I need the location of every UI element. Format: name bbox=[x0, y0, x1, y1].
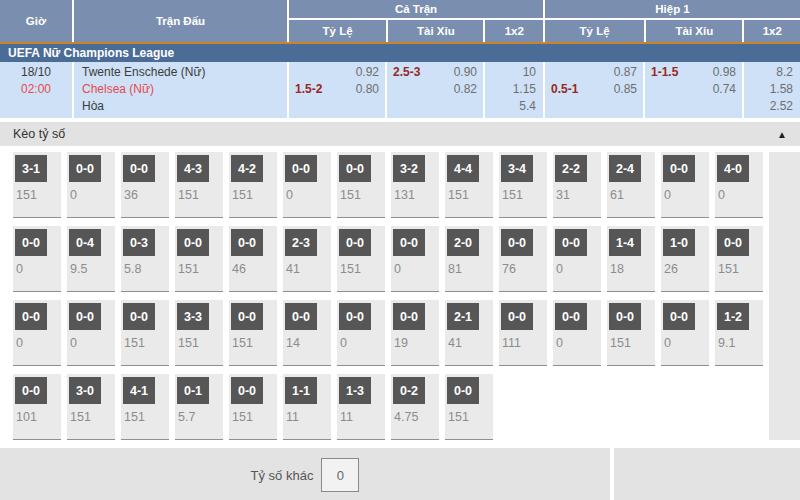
score-cell[interactable]: 0-00 bbox=[67, 300, 115, 366]
score-cell[interactable]: 0-019 bbox=[391, 300, 439, 366]
score-cell[interactable]: 0-00 bbox=[391, 226, 439, 292]
other-score-box[interactable]: 0 bbox=[321, 458, 359, 492]
match-teams-cell[interactable]: Twente Enschede (Nữ) Chelsea (Nữ) Hòa bbox=[72, 62, 287, 118]
score-cell[interactable]: 2-461 bbox=[607, 152, 655, 218]
score-cell[interactable]: 0-0151 bbox=[229, 300, 277, 366]
score-chip: 2-3 bbox=[285, 229, 317, 256]
score-cell[interactable]: 1-418 bbox=[607, 226, 655, 292]
score-cell[interactable]: 0-00 bbox=[13, 226, 61, 292]
score-row: 0-000-49.50-35.80-01510-0462-3410-01510-… bbox=[0, 226, 800, 292]
away-team[interactable]: Chelsea (Nữ) bbox=[74, 81, 287, 98]
score-cell[interactable]: 2-141 bbox=[445, 300, 493, 366]
half-handicap-home-odds[interactable]: 0.87 bbox=[614, 64, 637, 81]
half-under-odds[interactable]: 0.74 bbox=[713, 81, 736, 98]
score-odds: 9.1 bbox=[715, 336, 763, 350]
score-cell[interactable]: 0-0151 bbox=[175, 226, 223, 292]
score-cell[interactable]: 1-29.1 bbox=[715, 300, 763, 366]
full-under-odds[interactable]: 0.82 bbox=[454, 81, 477, 98]
score-cell[interactable]: 0-00 bbox=[553, 226, 601, 292]
score-cell[interactable]: 0-0151 bbox=[445, 374, 493, 440]
score-chip: 0-0 bbox=[231, 377, 263, 404]
grid-right-filler bbox=[769, 152, 800, 440]
score-cell[interactable]: 1-026 bbox=[661, 226, 709, 292]
score-cell[interactable]: 0-00 bbox=[13, 300, 61, 366]
score-odds: 61 bbox=[607, 188, 655, 202]
score-chip: 0-0 bbox=[285, 155, 317, 182]
score-cell[interactable]: 4-4151 bbox=[445, 152, 493, 218]
score-chip: 4-4 bbox=[447, 155, 479, 182]
score-cell[interactable]: 0-0151 bbox=[607, 300, 655, 366]
full-1x2-away[interactable]: 1.15 bbox=[485, 81, 543, 98]
score-section-bar[interactable]: Kèo tỷ số ▲ bbox=[0, 122, 800, 146]
panel-divider bbox=[610, 448, 614, 500]
score-cell[interactable]: 0-00 bbox=[553, 300, 601, 366]
score-cell[interactable]: 4-1151 bbox=[121, 374, 169, 440]
score-odds: 151 bbox=[337, 262, 385, 276]
half-over-odds[interactable]: 0.98 bbox=[713, 64, 736, 81]
half-1x2-home[interactable]: 8.2 bbox=[744, 64, 800, 81]
score-cell[interactable]: 2-231 bbox=[553, 152, 601, 218]
score-cell[interactable]: 0-49.5 bbox=[67, 226, 115, 292]
draw-label: Hòa bbox=[74, 98, 287, 115]
score-cell[interactable]: 0-0151 bbox=[337, 152, 385, 218]
score-cell[interactable]: 3-2131 bbox=[391, 152, 439, 218]
full-handicap-home-odds[interactable]: 0.92 bbox=[356, 64, 379, 81]
score-cell[interactable]: 0-076 bbox=[499, 226, 547, 292]
score-odds: 41 bbox=[445, 336, 493, 350]
score-chip: 0-0 bbox=[339, 155, 371, 182]
score-chip: 1-4 bbox=[609, 229, 641, 256]
score-cell[interactable]: 4-00 bbox=[715, 152, 763, 218]
full-1x2-draw[interactable]: 5.4 bbox=[485, 98, 543, 115]
score-odds: 151 bbox=[337, 188, 385, 202]
score-cell[interactable]: 2-081 bbox=[445, 226, 493, 292]
header-group-first-half: Hiệp 1 Tỷ Lệ Tài Xỉu 1x2 bbox=[543, 0, 800, 42]
score-chip: 0-0 bbox=[15, 229, 47, 256]
score-cell[interactable]: 0-046 bbox=[229, 226, 277, 292]
score-cell[interactable]: 3-1151 bbox=[13, 152, 61, 218]
score-chip: 0-0 bbox=[555, 303, 587, 330]
full-handicap-away-odds[interactable]: 0.80 bbox=[356, 81, 379, 98]
score-cell[interactable]: 4-3151 bbox=[175, 152, 223, 218]
score-cell[interactable]: 1-111 bbox=[283, 374, 331, 440]
match-time: 02:00 bbox=[0, 81, 72, 98]
score-cell[interactable]: 0-00 bbox=[661, 152, 709, 218]
home-team[interactable]: Twente Enschede (Nữ) bbox=[74, 64, 287, 81]
score-cell[interactable]: 2-341 bbox=[283, 226, 331, 292]
half-handicap-away-odds[interactable]: 0.85 bbox=[614, 81, 637, 98]
score-row: 0-000-000-01513-31510-01510-0140-000-019… bbox=[0, 300, 800, 366]
score-cell[interactable]: 3-0151 bbox=[67, 374, 115, 440]
score-cell[interactable]: 0-15.7 bbox=[175, 374, 223, 440]
header-sub-handicap-full: Tỷ Lệ bbox=[289, 20, 386, 42]
score-cell[interactable]: 0-014 bbox=[283, 300, 331, 366]
half-1x2-draw[interactable]: 2.52 bbox=[744, 98, 800, 115]
score-cell[interactable]: 0-0151 bbox=[337, 226, 385, 292]
score-cell[interactable]: 0-0151 bbox=[121, 300, 169, 366]
score-cell[interactable]: 0-0101 bbox=[13, 374, 61, 440]
score-cell[interactable]: 0-0111 bbox=[499, 300, 547, 366]
score-cell[interactable]: 0-036 bbox=[121, 152, 169, 218]
score-odds: 151 bbox=[445, 410, 493, 424]
full-over-odds[interactable]: 0.90 bbox=[454, 64, 477, 81]
half-1x2-away[interactable]: 1.58 bbox=[744, 81, 800, 98]
score-cell[interactable]: 0-0151 bbox=[715, 226, 763, 292]
full-handicap-line: 1.5-2 bbox=[295, 81, 322, 98]
match-row: 18/10 02:00 Twente Enschede (Nữ) Chelsea… bbox=[0, 62, 800, 118]
score-cell[interactable]: 1-311 bbox=[337, 374, 385, 440]
score-chip: 0-0 bbox=[393, 229, 425, 256]
score-cell[interactable]: 0-00 bbox=[283, 152, 331, 218]
score-cell[interactable]: 3-3151 bbox=[175, 300, 223, 366]
score-odds: 19 bbox=[391, 336, 439, 350]
score-cell[interactable]: 0-35.8 bbox=[121, 226, 169, 292]
score-cell[interactable]: 0-00 bbox=[661, 300, 709, 366]
score-cell[interactable]: 0-24.75 bbox=[391, 374, 439, 440]
score-cell[interactable]: 0-0151 bbox=[229, 374, 277, 440]
score-cell[interactable]: 3-4151 bbox=[499, 152, 547, 218]
score-cell[interactable]: 0-00 bbox=[337, 300, 385, 366]
score-odds: 111 bbox=[499, 336, 547, 350]
score-cell[interactable]: 4-2151 bbox=[229, 152, 277, 218]
score-odds: 36 bbox=[121, 188, 169, 202]
score-chip: 4-2 bbox=[231, 155, 263, 182]
full-1x2-home[interactable]: 10 bbox=[485, 64, 543, 81]
collapse-triangle-icon[interactable]: ▲ bbox=[777, 129, 787, 140]
score-cell[interactable]: 0-00 bbox=[67, 152, 115, 218]
